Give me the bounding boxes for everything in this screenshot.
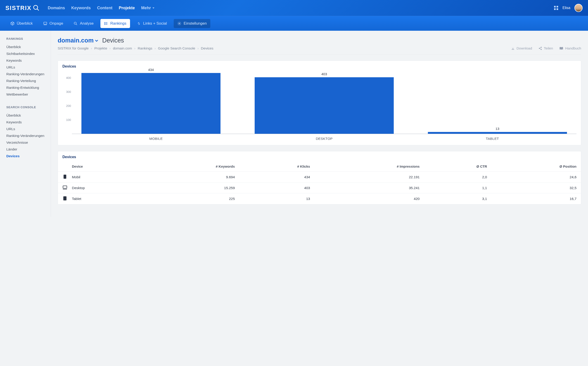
svg-rect-26 [63, 196, 66, 200]
breadcrumb-item[interactable]: Devices [201, 46, 213, 50]
subnav-einstellungen[interactable]: Einstellungen [174, 19, 210, 28]
page-title: Devices [102, 37, 124, 44]
cell-position: 32,5 [491, 183, 581, 193]
chart-ytick: 200 [63, 104, 71, 107]
sidebar-sc-verzeichnisse[interactable]: Verzeichnisse [6, 139, 51, 146]
svg-rect-24 [63, 186, 67, 188]
th-klicks[interactable]: # Klicks [239, 161, 314, 172]
cube-icon [10, 22, 15, 25]
chart-ytick: 300 [63, 90, 71, 93]
cell-ctr: 2,0 [424, 172, 491, 183]
sidebar-sc-ueberblick[interactable]: Überblick [6, 112, 51, 119]
th-position[interactable]: Ø Position [491, 161, 581, 172]
sidebar-rankings-keywords[interactable]: Keywords [6, 57, 51, 64]
tablet-icon [58, 193, 67, 205]
nav-domains[interactable]: Domains [48, 6, 65, 10]
cell-keywords: 15.259 [143, 183, 239, 193]
subnav-onpage[interactable]: Onpage [39, 19, 67, 28]
table-row[interactable]: Tablet225134203,116,7 [58, 193, 581, 205]
mobile-icon [58, 172, 67, 183]
sidebar-rankings-urls[interactable]: URLs [6, 64, 51, 71]
nav-mehr[interactable]: Mehr [141, 6, 155, 10]
breadcrumb-item[interactable]: Projekte [94, 46, 107, 50]
domain-selector[interactable]: domain.com [58, 37, 98, 44]
nav-projekte[interactable]: Projekte [119, 6, 135, 10]
brand-text: SISTRIX [5, 5, 31, 12]
sidebar-rankings-sichtbarkeitsindex[interactable]: Sichtbarkeitsindex [6, 50, 51, 57]
sidebar-rankings-verteilung[interactable]: Ranking-Verteilung [6, 77, 51, 84]
sidebar-rankings-wettbewerber[interactable]: Wettbewerber [6, 91, 51, 98]
breadcrumb-item[interactable]: Google Search Console [158, 46, 196, 50]
svg-point-16 [179, 23, 180, 24]
brand-logo[interactable]: SISTRIX [5, 5, 39, 12]
sidebar-sc-keywords[interactable]: Keywords [6, 119, 51, 126]
svg-point-14 [104, 23, 105, 24]
chart-category-label: DESKTOP [240, 134, 408, 141]
svg-rect-23 [63, 175, 66, 179]
chart-bar[interactable] [81, 73, 220, 134]
cell-klicks: 434 [239, 172, 314, 183]
svg-line-22 [540, 49, 541, 49]
cell-klicks: 403 [239, 183, 314, 193]
svg-point-13 [104, 22, 105, 23]
svg-rect-6 [44, 22, 47, 24]
subnav-rankings[interactable]: Rankings [100, 19, 130, 28]
th-keywords[interactable]: # Keywords [143, 161, 239, 172]
share-button[interactable]: Teilen [539, 46, 553, 50]
devices-bar-chart: 43440313 100200300400 [72, 71, 576, 134]
cell-impressions: 22.191 [314, 172, 424, 183]
caret-down-icon [152, 7, 155, 9]
sidebar-sc-veraenderungen[interactable]: Ranking-Veränderungen [6, 132, 51, 139]
svg-rect-2 [554, 6, 556, 8]
table-row[interactable]: Desktop15.25940335.2411,132,5 [58, 183, 581, 193]
nav-mehr-label: Mehr [141, 6, 151, 10]
sidebar-heading-search-console: SEARCH CONSOLE [6, 106, 51, 109]
svg-point-0 [34, 5, 38, 9]
avatar[interactable] [574, 4, 583, 12]
breadcrumb-item[interactable]: SISTRIX für Google [58, 46, 89, 50]
chart-bar-value: 13 [418, 127, 576, 130]
svg-rect-3 [557, 6, 558, 8]
cell-ctr: 1,1 [424, 183, 491, 193]
breadcrumb-item[interactable]: domain.com [113, 46, 132, 50]
chart-bar-value: 434 [72, 68, 230, 72]
nav-content[interactable]: Content [97, 6, 112, 10]
user-name[interactable]: Elisa [563, 6, 570, 10]
chart-bar[interactable] [255, 77, 394, 134]
svg-point-15 [104, 24, 105, 25]
svg-line-1 [37, 9, 39, 10]
apps-grid-icon[interactable] [554, 6, 558, 10]
svg-line-21 [540, 47, 541, 48]
download-button[interactable]: Download [511, 46, 532, 50]
sidebar-rankings-veraenderungen[interactable]: Ranking-Veränderungen [6, 71, 51, 77]
chart-category-label: TABLET [408, 134, 576, 141]
sidebar-sc-urls[interactable]: URLs [6, 126, 51, 132]
handbook-button[interactable]: Handbuch [559, 46, 581, 50]
cell-ctr: 3,1 [424, 193, 491, 205]
sidebar-rankings-ueberblick[interactable]: Überblick [6, 44, 51, 50]
sidebar-rankings-entwicklung[interactable]: Ranking-Entwicklung [6, 84, 51, 91]
sidebar-sc-devices[interactable]: Devices [6, 153, 51, 160]
chart-category-label: MOBILE [72, 134, 240, 141]
th-device[interactable]: Device [67, 161, 143, 172]
download-icon [511, 46, 515, 50]
subnav-analyse[interactable]: Analyse [70, 19, 97, 28]
subnav-ueberblick[interactable]: Überblick [7, 19, 36, 28]
chevron-down-icon [95, 39, 98, 42]
th-ctr[interactable]: Ø CTR [424, 161, 491, 172]
sidebar-heading-rankings: RANKINGS [6, 37, 51, 40]
subnav-links-social[interactable]: Links + Social [133, 19, 171, 28]
chart-bar-value: 403 [245, 72, 403, 76]
th-impressions[interactable]: # Impressions [314, 161, 424, 172]
gear-icon [177, 22, 181, 25]
book-icon [559, 46, 563, 50]
chart-bar[interactable] [428, 132, 567, 134]
cell-impressions: 35.241 [314, 183, 424, 193]
svg-rect-4 [554, 8, 556, 10]
nav-keywords[interactable]: Keywords [71, 6, 91, 10]
cell-position: 24,6 [491, 172, 581, 183]
breadcrumb-item[interactable]: Rankings [138, 46, 152, 50]
table-row[interactable]: Mobil9.69443422.1912,024,6 [58, 172, 581, 183]
sidebar-sc-laender[interactable]: Länder [6, 146, 51, 153]
devices-table-card: Devices Device # Keywords # Klicks # Imp… [58, 151, 581, 205]
